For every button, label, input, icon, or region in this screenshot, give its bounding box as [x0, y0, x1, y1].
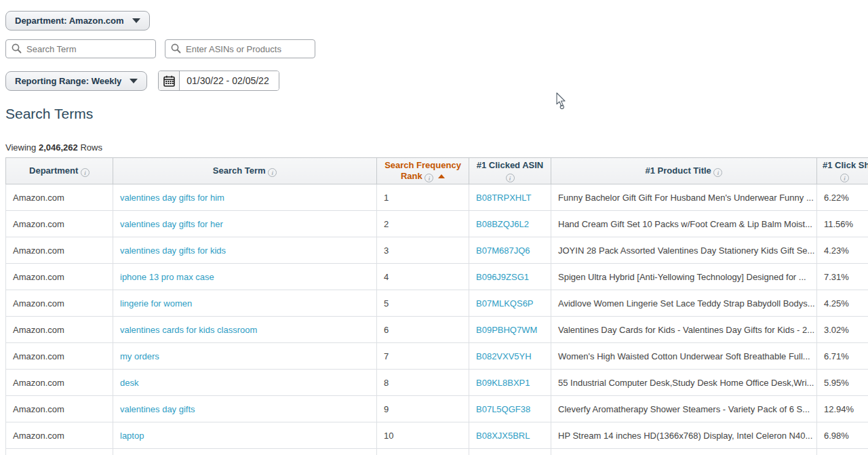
- asin-link[interactable]: B08XJX5BRL: [476, 431, 530, 441]
- cell-click-share: 12.94%: [817, 396, 868, 422]
- search-term-box: [5, 39, 156, 58]
- table-row: Amazon.com valentines day gifts for her …: [6, 211, 868, 237]
- cell-search-term: valentines day gifts for him: [113, 184, 377, 211]
- table-row: Amazon.com my orders 7 B082VXV5YH Women'…: [6, 343, 868, 370]
- search-terms-table: Department Search Term Search Frequency …: [5, 157, 868, 455]
- table-header-row: Department Search Term Search Frequency …: [6, 158, 868, 184]
- asin-link[interactable]: B08BZQJ6L2: [476, 219, 529, 229]
- asin-link[interactable]: B07L5QGF38: [476, 404, 530, 414]
- cell-clicked-asin: B096J9ZSG1: [469, 264, 551, 290]
- cell-search-term: lingerie for women: [113, 290, 377, 317]
- search-term-link[interactable]: valentines day gifts: [120, 404, 195, 414]
- column-header-product-title[interactable]: #1 Product Title: [551, 158, 817, 184]
- cell-clicked-asin: B08TRPXHLT: [469, 184, 551, 211]
- viewing-suffix: Rows: [80, 142, 102, 153]
- chevron-down-icon: [132, 18, 140, 23]
- cell-clicked-asin: B08BZQJ6L2: [469, 211, 551, 237]
- cell-search-frequency-rank: 1: [377, 184, 469, 211]
- search-term-link[interactable]: valentines day gifts for kids: [120, 245, 226, 256]
- search-term-link[interactable]: valentines day gifts for her: [120, 219, 223, 229]
- info-icon[interactable]: [713, 168, 722, 177]
- cell-product-title: 55 Industrial Computer Desk,Study Desk H…: [551, 370, 817, 396]
- cell-department: Amazon.com: [6, 396, 113, 422]
- column-header-clicked-asin[interactable]: #1 Clicked ASIN: [469, 158, 551, 184]
- asin-link[interactable]: B082VXV5YH: [476, 351, 532, 361]
- asin-link[interactable]: B09KL8BXP1: [476, 378, 530, 388]
- cell-search-frequency-rank: 10: [377, 422, 469, 449]
- table-row: Amazon.com lingerie for women 5 B07MLKQS…: [6, 290, 868, 317]
- info-icon[interactable]: [840, 174, 849, 182]
- cell-department: Amazon.com: [6, 370, 113, 396]
- search-term-link[interactable]: valentines cards for kids classroom: [120, 325, 257, 335]
- cell-department: Amazon.com: [6, 184, 113, 211]
- calendar-button[interactable]: [159, 71, 180, 90]
- cell-search-term: valentines day gifts: [113, 396, 377, 422]
- cell-search-frequency-rank: 7: [377, 343, 469, 370]
- cell-search-term: my orders: [113, 343, 377, 370]
- cell-search-frequency-rank: 2: [377, 211, 469, 237]
- viewing-count: 2,046,262: [39, 142, 78, 153]
- column-header-search-frequency-rank[interactable]: Search Frequency Rank: [377, 158, 469, 184]
- cell-department: Amazon.com: [6, 264, 113, 290]
- cell-product-title: Hand Cream Gift Set 10 Packs w/Foot Crea…: [551, 211, 817, 237]
- cell-clicked-asin: B07L5QGF38: [469, 396, 551, 422]
- asin-products-input[interactable]: [165, 39, 315, 58]
- info-icon[interactable]: [506, 174, 515, 182]
- cell-click-share: 7.31%: [817, 264, 868, 290]
- table-row: Amazon.com iphone 13 pro max case 4 B096…: [6, 264, 868, 290]
- date-range-picker: [158, 71, 279, 91]
- cell-search-frequency-rank: 6: [377, 317, 469, 343]
- cell-search-frequency-rank: 4: [377, 264, 469, 290]
- column-header-search-term[interactable]: Search Term: [113, 158, 377, 184]
- cell-product-title: HP Stream 14 inches HD(1366x768) Display…: [551, 422, 817, 449]
- asin-link[interactable]: B07M687JQ6: [476, 245, 530, 256]
- search-icon: [171, 43, 181, 54]
- search-term-link[interactable]: iphone 13 pro max case: [120, 272, 214, 282]
- info-icon[interactable]: [81, 168, 90, 177]
- sort-ascending-icon: [438, 174, 445, 178]
- cell-product-title: JOYIN 28 Pack Assorted Valentines Day St…: [551, 237, 817, 264]
- cell-clicked-asin: B082VXV5YH: [469, 343, 551, 370]
- table-row: Amazon.com valentines day gifts 9 B07L5Q…: [6, 396, 868, 422]
- asin-link[interactable]: B07MLKQS6P: [476, 298, 534, 309]
- search-icon: [12, 43, 22, 54]
- cell-click-share: 6.98%: [817, 422, 868, 449]
- calendar-icon: [163, 75, 175, 87]
- search-term-link[interactable]: valentines day gifts for him: [120, 193, 224, 203]
- search-term-link[interactable]: my orders: [120, 351, 159, 361]
- search-term-input[interactable]: [5, 39, 156, 58]
- department-dropdown-button[interactable]: Department: Amazon.com: [5, 11, 150, 31]
- table-row: Amazon.com valentines day gifts for kids…: [6, 237, 868, 264]
- info-icon[interactable]: [425, 174, 433, 182]
- reporting-range-dropdown-button[interactable]: Reporting Range: Weekly: [5, 71, 147, 91]
- cell-click-share: 4.23%: [817, 237, 868, 264]
- cell-search-term: valentines day gifts for kids: [113, 237, 377, 264]
- table-row: Amazon.com laptop 10 B08XJX5BRL HP Strea…: [6, 422, 868, 449]
- cell-click-share: 11.56%: [817, 211, 868, 237]
- viewing-rows-status: Viewing 2,046,262 Rows: [5, 142, 868, 153]
- cell-search-term: laptop: [113, 422, 377, 449]
- asin-link[interactable]: B096J9ZSG1: [476, 272, 529, 282]
- cell-clicked-asin: B08XJX5BRL: [469, 422, 551, 449]
- date-range-input[interactable]: [180, 71, 279, 90]
- asin-search-box: [165, 39, 315, 58]
- search-term-link[interactable]: desk: [120, 378, 138, 388]
- asin-link[interactable]: B09PBHQ7WM: [476, 325, 537, 335]
- search-term-link[interactable]: lingerie for women: [120, 298, 192, 309]
- asin-link[interactable]: B08TRPXHLT: [476, 193, 531, 203]
- cell-department: Amazon.com: [6, 237, 113, 264]
- info-icon[interactable]: [268, 168, 277, 177]
- cell-clicked-asin: B07MLKQS6P: [469, 290, 551, 317]
- cell-search-frequency-rank: 3: [377, 237, 469, 264]
- table-row: Amazon.com valentines cards for kids cla…: [6, 317, 868, 343]
- cell-search-term: valentines cards for kids classroom: [113, 317, 377, 343]
- search-term-link[interactable]: laptop: [120, 431, 144, 441]
- reporting-range-label: Reporting Range: Weekly: [15, 76, 121, 86]
- cell-product-title: Avidlove Women Lingerie Set Lace Teddy S…: [551, 290, 817, 317]
- chevron-down-icon: [130, 79, 138, 83]
- table-row: Amazon.com valentines day gifts for him …: [6, 184, 868, 211]
- column-header-click-share[interactable]: #1 Click Share: [817, 158, 868, 184]
- column-header-department[interactable]: Department: [6, 158, 113, 184]
- viewing-prefix: Viewing: [5, 142, 36, 153]
- cell-click-share: 4.25%: [817, 290, 868, 317]
